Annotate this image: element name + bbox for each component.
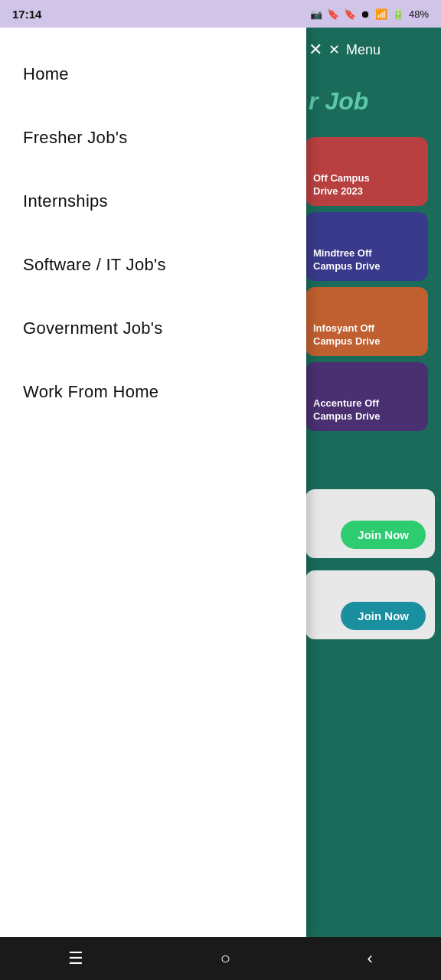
bg-menu-header: ✕ ✕ Menu <box>299 28 441 72</box>
status-time: 17:14 <box>12 8 41 21</box>
main-layout: ✕ ✕ Menu r Job Off CampusDrive 2023 Mind… <box>0 28 441 937</box>
status-bookmark2-icon: 🔖 <box>344 8 356 20</box>
status-icons: 📷 🔖 🔖 ⏺ 📶 🔋 48% <box>310 8 429 20</box>
card-infosyant-text: Infosyant OffCampus Drive <box>313 322 420 348</box>
wifi-icon: 📶 <box>375 8 387 20</box>
battery-icon: 🔋 <box>392 8 404 20</box>
card-off-campus-text: Off CampusDrive 2023 <box>313 172 420 198</box>
menu-label-text: Menu <box>346 42 381 58</box>
cards-area: Off CampusDrive 2023 Mindtree OffCampus … <box>299 131 441 437</box>
card-mindtree[interactable]: Mindtree OffCampus Drive <box>305 212 428 281</box>
menu-x-text: ✕ <box>328 41 340 58</box>
battery-percent: 48% <box>409 8 429 20</box>
home-button[interactable]: ○ <box>202 942 249 975</box>
menu-item-work-from-home[interactable]: Work From Home <box>0 361 306 424</box>
card-infosyant[interactable]: Infosyant OffCampus Drive <box>305 287 428 356</box>
card-off-campus[interactable]: Off CampusDrive 2023 <box>305 137 428 206</box>
menu-item-home[interactable]: Home <box>0 43 306 106</box>
join-block-1: Join Now <box>305 489 435 558</box>
join-now-button-1[interactable]: Join Now <box>341 521 426 549</box>
card-accenture-text: Accenture OffCampus Drive <box>313 397 420 423</box>
bottom-nav: ☰ ○ ‹ <box>0 937 441 980</box>
back-button[interactable]: ‹ <box>348 942 390 975</box>
join-block-2: Join Now <box>305 570 435 639</box>
background-header: ✕ ✕ Menu r Job Off CampusDrive 2023 Mind… <box>299 28 441 937</box>
menu-item-government-jobs[interactable]: Government Job's <box>0 297 306 361</box>
status-dot-icon: ⏺ <box>361 8 371 20</box>
card-accenture[interactable]: Accenture OffCampus Drive <box>305 362 428 431</box>
menu-close-icon[interactable]: ✕ <box>309 40 322 60</box>
status-camera-icon: 📷 <box>310 8 322 20</box>
drawer-menu: Home Fresher Job's Internships Software … <box>0 28 306 937</box>
menu-item-software-it-jobs[interactable]: Software / IT Job's <box>0 234 306 297</box>
status-bar: 17:14 📷 🔖 🔖 ⏺ 📶 🔋 48% <box>0 0 441 28</box>
status-bookmark-icon: 🔖 <box>327 8 339 20</box>
menu-item-internships[interactable]: Internships <box>0 170 306 234</box>
hamburger-button[interactable]: ☰ <box>50 942 102 975</box>
card-mindtree-text: Mindtree OffCampus Drive <box>313 247 420 273</box>
join-area: Join Now Join Now <box>299 483 441 645</box>
menu-item-fresher-jobs[interactable]: Fresher Job's <box>0 106 306 170</box>
join-now-button-2[interactable]: Join Now <box>341 602 426 630</box>
job-title-partial: r Job <box>299 72 441 123</box>
